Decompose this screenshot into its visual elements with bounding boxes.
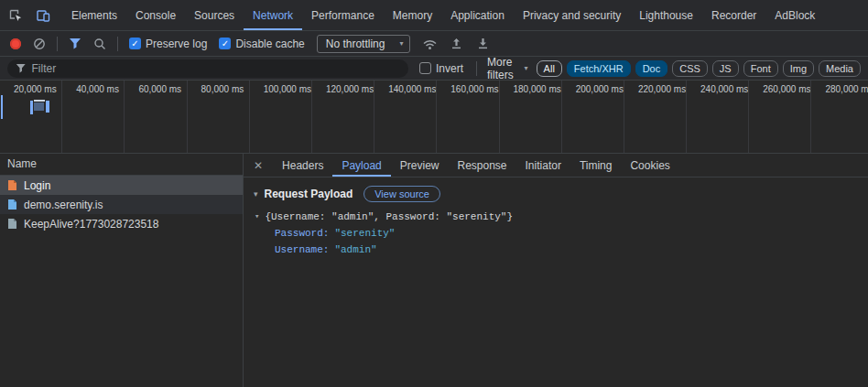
tab-elements[interactable]: Elements (62, 0, 126, 30)
detail-tab-cookies[interactable]: Cookies (621, 154, 678, 177)
disable-cache-checkbox[interactable]: ✓ Disable cache (219, 38, 304, 50)
timeline-overview[interactable]: 20,000 ms 40,000 ms 60,000 ms 80,000 ms … (0, 81, 868, 154)
import-har-icon[interactable] (446, 33, 466, 55)
tab-performance[interactable]: Performance (302, 0, 384, 30)
devtools-tabbar: Elements Console Sources Network Perform… (0, 0, 868, 31)
view-source-button[interactable]: View source (363, 186, 440, 202)
time-label: 260,000 ms (749, 81, 811, 153)
time-label: 280,000 ms (811, 81, 868, 153)
invert-checkbox[interactable]: Invert (419, 62, 463, 75)
inspect-element-icon[interactable] (4, 5, 27, 27)
record-network-log-button[interactable] (10, 38, 21, 49)
filter-funnel-icon[interactable] (66, 33, 84, 55)
network-activity-bar (34, 100, 45, 102)
time-label: 40,000 ms (62, 81, 125, 153)
filter-chip-css[interactable]: CSS (672, 60, 708, 77)
payload-key: Password: (275, 225, 329, 242)
request-name: demo.serenity.is (24, 199, 103, 211)
time-label: 220,000 ms (624, 81, 687, 153)
tab-memory[interactable]: Memory (384, 0, 441, 30)
search-icon[interactable] (91, 33, 109, 55)
request-type-filter-chips: All Fetch/XHR Doc CSS JS Font Img Media (537, 60, 861, 77)
network-conditions-icon[interactable] (419, 33, 439, 55)
toolbar-divider (57, 37, 58, 51)
export-har-icon[interactable] (472, 33, 493, 55)
device-toolbar-icon[interactable] (31, 5, 55, 27)
throttling-select[interactable]: No throttling ▾ (317, 35, 411, 53)
request-payload-title: Request Payload (265, 188, 353, 200)
detail-tab-headers[interactable]: Headers (273, 154, 332, 177)
time-label: 180,000 ms (500, 81, 562, 153)
request-row-keepalive[interactable]: KeepAlive?1773028723518 (0, 214, 243, 233)
request-name: KeepAlive?1773028723518 (24, 218, 158, 231)
detail-tab-response[interactable]: Response (448, 154, 515, 177)
time-label: 200,000 ms (562, 81, 624, 153)
tab-sources[interactable]: Sources (185, 0, 244, 30)
network-activity-bar (34, 102, 44, 111)
time-label: 20,000 ms (0, 81, 62, 153)
filter-chip-js[interactable]: JS (712, 60, 739, 77)
disable-cache-label: Disable cache (235, 38, 304, 50)
request-row-login[interactable]: Login (0, 176, 243, 195)
request-name: Login (24, 179, 50, 192)
payload-tree: ▾ {Username: "admin", Password: "serenit… (244, 207, 868, 258)
tab-network[interactable]: Network (244, 0, 302, 30)
time-label: 100,000 ms (250, 81, 312, 153)
request-details-panel: ✕ Headers Payload Preview Response Initi… (244, 154, 868, 387)
tab-adblock[interactable]: AdBlock (765, 0, 824, 30)
check-icon: ✓ (129, 38, 141, 49)
filter-chip-fetch-xhr[interactable]: Fetch/XHR (567, 60, 631, 77)
payload-key: Username: (275, 242, 329, 258)
request-payload-section-header: ▾ Request Payload View source (244, 177, 868, 207)
timeline-grid: 20,000 ms 40,000 ms 60,000 ms 80,000 ms … (0, 81, 868, 153)
filter-input-wrapper (7, 59, 408, 78)
funnel-icon (16, 63, 27, 73)
filter-chip-img[interactable]: Img (783, 60, 814, 77)
tab-lighthouse[interactable]: Lighthouse (630, 0, 702, 30)
disclosure-triangle-icon[interactable]: ▾ (254, 189, 258, 199)
filterbar-divider (476, 61, 477, 76)
detail-tab-timing[interactable]: Timing (570, 154, 622, 177)
disclosure-triangle-icon[interactable]: ▾ (255, 209, 259, 225)
request-row-demo-serenity[interactable]: demo.serenity.is (0, 195, 243, 214)
payload-entry-username: Username: "admin" (255, 242, 868, 258)
name-column-header[interactable]: Name (0, 154, 243, 176)
chevron-down-icon: ▾ (525, 65, 528, 72)
network-activity-bar (1, 95, 3, 119)
close-details-icon[interactable]: ✕ (244, 159, 273, 172)
preserve-log-label: Preserve log (146, 38, 207, 50)
payload-value: "admin" (334, 242, 376, 258)
detail-tab-payload[interactable]: Payload (332, 154, 390, 177)
clear-network-log-icon[interactable] (30, 33, 49, 55)
network-activity-bar (30, 101, 33, 114)
checkbox-empty-icon (419, 62, 431, 74)
payload-object-preview: {Username: "admin", Password: "serenity"… (265, 209, 513, 225)
devtools-window: Elements Console Sources Network Perform… (0, 0, 868, 387)
network-activity-bar (46, 101, 49, 113)
filter-input[interactable] (32, 62, 401, 75)
filter-chip-font[interactable]: Font (743, 60, 778, 77)
time-label: 80,000 ms (188, 81, 250, 153)
filter-chip-doc[interactable]: Doc (635, 60, 668, 77)
detail-tab-initiator[interactable]: Initiator (516, 154, 570, 177)
network-toolbar: ✓ Preserve log ✓ Disable cache No thrott… (0, 31, 868, 57)
time-label: 60,000 ms (125, 81, 187, 153)
filter-chip-all[interactable]: All (537, 60, 562, 77)
time-label: 140,000 ms (374, 81, 437, 153)
time-label: 240,000 ms (687, 81, 749, 153)
tab-recorder[interactable]: Recorder (702, 0, 765, 30)
payload-entry-password: Password: "serenity" (255, 225, 868, 242)
document-request-icon (6, 199, 18, 210)
detail-tab-preview[interactable]: Preview (391, 154, 449, 177)
tab-application[interactable]: Application (441, 0, 514, 30)
preserve-log-checkbox[interactable]: ✓ Preserve log (129, 38, 207, 50)
throttling-value: No throttling (326, 38, 385, 50)
more-filters-button[interactable]: More filters ▾ (487, 56, 528, 81)
document-request-icon (6, 218, 18, 230)
toolbar-divider (117, 37, 118, 51)
tab-privacy-and-security[interactable]: Privacy and security (514, 0, 630, 30)
time-label: 160,000 ms (437, 81, 499, 153)
filter-chip-media[interactable]: Media (819, 60, 861, 77)
tab-console[interactable]: Console (126, 0, 185, 30)
detail-tabbar: ✕ Headers Payload Preview Response Initi… (244, 154, 868, 177)
